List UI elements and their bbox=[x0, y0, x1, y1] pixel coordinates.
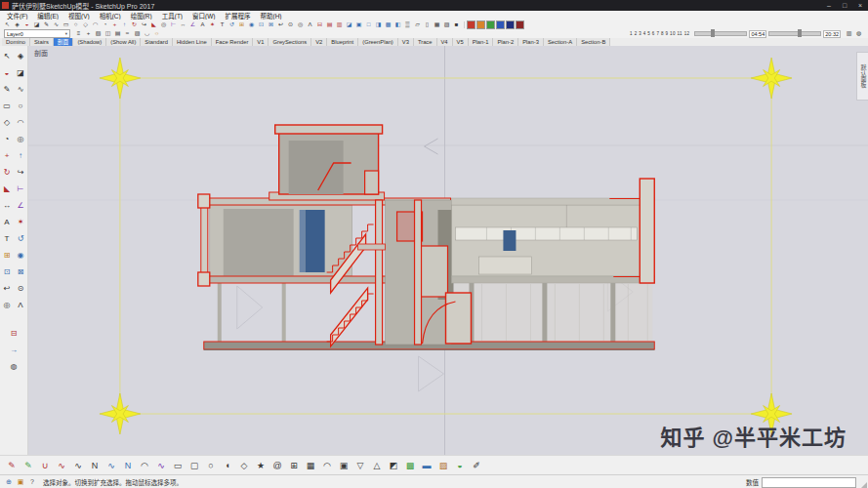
shadows-toggle-icon[interactable]: ☼ bbox=[152, 29, 161, 38]
model-viewport[interactable]: 剖面 默认面板 知乎 @半平米工坊 bbox=[28, 46, 868, 455]
orbit-tool-icon[interactable]: ↺ bbox=[227, 20, 236, 29]
oval-icon[interactable]: ○ bbox=[203, 459, 219, 473]
color-by-layer-icon[interactable]: ▧ bbox=[94, 29, 103, 38]
swatch-green[interactable] bbox=[486, 20, 495, 29]
polygon-shape-icon[interactable]: ◇ bbox=[236, 459, 252, 473]
protractor-tool-icon[interactable]: ∠ bbox=[188, 20, 197, 29]
menu-item[interactable]: 窗口(W) bbox=[187, 11, 220, 20]
geo-location-icon[interactable]: ⊕ bbox=[4, 477, 14, 487]
semicircle-icon[interactable]: ◖ bbox=[220, 459, 235, 473]
dimension-tool-icon[interactable]: ↔ bbox=[1, 199, 14, 212]
swatch-red[interactable] bbox=[467, 20, 475, 29]
scene-tab[interactable]: 剖面 bbox=[54, 38, 74, 46]
default-tray-tab[interactable]: 默认面板 bbox=[856, 52, 868, 101]
polyline-icon[interactable]: N bbox=[120, 459, 136, 473]
scene-tab[interactable]: (GreenPlan) bbox=[358, 38, 398, 46]
eyedropper-icon[interactable]: ✐ bbox=[469, 459, 484, 473]
bucket-alt-icon[interactable]: ◒ bbox=[452, 459, 468, 473]
hide-rest-icon[interactable]: ◫ bbox=[103, 29, 112, 38]
move-tool-icon[interactable]: + bbox=[110, 20, 119, 29]
paint-roller-icon[interactable]: ▬ bbox=[419, 459, 434, 473]
circle-tool-icon[interactable]: ○ bbox=[71, 20, 80, 29]
scene-tab[interactable]: GreySections bbox=[269, 38, 311, 46]
bezier-polyline-icon[interactable]: N bbox=[87, 459, 103, 473]
zoom-tool-icon[interactable]: ◉ bbox=[15, 249, 27, 262]
eraser-icon[interactable]: ◪ bbox=[15, 66, 27, 79]
layer-manager-icon[interactable]: ≡ bbox=[74, 29, 83, 38]
position-camera-icon[interactable]: ⊙ bbox=[15, 282, 27, 295]
fog-icon[interactable]: ≈ bbox=[123, 29, 132, 38]
scale-tool-icon[interactable]: ◣ bbox=[1, 183, 14, 195]
menu-item[interactable]: 扩展程序 bbox=[221, 11, 256, 20]
maximize-button[interactable]: □ bbox=[837, 0, 852, 11]
push-pull-tool-icon[interactable]: ↑ bbox=[15, 149, 27, 162]
curve-red-icon[interactable]: ∿ bbox=[54, 459, 69, 473]
measurement-input[interactable] bbox=[762, 477, 856, 488]
model-svg[interactable] bbox=[28, 46, 868, 455]
rounded-rect-icon[interactable]: ▢ bbox=[186, 459, 202, 473]
slider-thumb[interactable] bbox=[711, 29, 715, 37]
follow-me-tool-icon[interactable]: ↪ bbox=[140, 20, 148, 29]
select-tool-icon[interactable]: ↖ bbox=[3, 20, 12, 29]
axes-tool-icon[interactable]: ✶ bbox=[15, 216, 27, 228]
section-display-icon[interactable]: ▤ bbox=[325, 20, 334, 29]
swatch-darkred[interactable] bbox=[516, 20, 524, 29]
scene-tab[interactable]: Standard bbox=[141, 38, 173, 46]
scene-tab[interactable]: (Shadow) bbox=[73, 38, 106, 46]
soften-edges-icon[interactable]: ◡ bbox=[143, 29, 151, 38]
scene-tab[interactable]: Stairs bbox=[30, 38, 54, 46]
weld-icon[interactable]: ∪ bbox=[37, 459, 53, 473]
polygon-tool-icon[interactable]: ◇ bbox=[81, 20, 90, 29]
view-shadows-icon[interactable]: ▥ bbox=[845, 29, 853, 38]
swatch-navy[interactable] bbox=[506, 20, 515, 29]
scene-tab[interactable]: (Show All) bbox=[106, 38, 141, 46]
drape-icon[interactable]: ▽ bbox=[352, 459, 368, 473]
zoom-extents-icon[interactable]: ⊠ bbox=[267, 20, 275, 29]
scene-tab[interactable]: V1 bbox=[253, 38, 269, 46]
push-pull-tool-icon[interactable]: ↑ bbox=[120, 20, 129, 29]
menu-item[interactable]: 编辑(E) bbox=[32, 11, 63, 20]
layer-dropdown[interactable]: Layer0 ▾ bbox=[4, 29, 70, 38]
resize-grip[interactable] bbox=[861, 482, 867, 488]
tape-measure-icon[interactable]: ⊢ bbox=[169, 20, 178, 29]
previous-view-icon[interactable]: ↩ bbox=[276, 20, 285, 29]
scene-tab[interactable]: V3 bbox=[398, 38, 414, 46]
pan-tool-icon[interactable]: ⊞ bbox=[237, 20, 246, 29]
slider-thumb[interactable] bbox=[798, 29, 802, 37]
zoom-window-icon[interactable]: ⊡ bbox=[1, 265, 14, 278]
smoove-icon[interactable]: ◠ bbox=[319, 459, 335, 473]
section-plane-icon[interactable]: ⊟ bbox=[8, 327, 21, 340]
previous-view-icon[interactable]: ↩ bbox=[1, 282, 14, 295]
tape-measure-icon[interactable]: ⊢ bbox=[15, 183, 27, 195]
grid-icon[interactable]: ⊞ bbox=[286, 459, 302, 473]
pie-tool-icon[interactable]: ◔ bbox=[1, 133, 14, 145]
zoom-window-icon[interactable]: ⊡ bbox=[257, 20, 266, 29]
left-view-icon[interactable]: ◧ bbox=[393, 20, 402, 29]
catmull-curve-icon[interactable]: ∿ bbox=[153, 459, 169, 473]
rotate-tool-icon[interactable]: ↻ bbox=[1, 166, 14, 179]
add-layer-icon[interactable]: + bbox=[84, 29, 93, 38]
zoom-extents-icon[interactable]: ⊠ bbox=[15, 265, 27, 278]
pan-tool-icon[interactable]: ⊞ bbox=[1, 249, 14, 262]
swatch-orange[interactable] bbox=[476, 20, 485, 29]
paint-bucket-icon[interactable]: ◒ bbox=[22, 20, 31, 29]
scene-tab[interactable]: Hidden Line bbox=[173, 38, 212, 46]
circle-tool-icon[interactable]: ○ bbox=[15, 100, 27, 112]
freehand-tool-icon[interactable]: ∿ bbox=[52, 20, 61, 29]
next-page-icon[interactable]: → bbox=[8, 344, 21, 356]
pencil-add-icon[interactable]: ✎ bbox=[4, 459, 20, 473]
polygon-tool-icon[interactable]: ◇ bbox=[1, 116, 14, 129]
toolbar-options-icon[interactable]: ◍ bbox=[8, 360, 21, 373]
swatch-blue[interactable] bbox=[496, 20, 505, 29]
scene-tab[interactable]: V5 bbox=[453, 38, 469, 46]
follow-me-tool-icon[interactable]: ↪ bbox=[15, 166, 27, 179]
help-icon[interactable]: ? bbox=[27, 477, 37, 487]
monochrome-style-icon[interactable]: ■ bbox=[452, 20, 461, 29]
rect-shape-icon[interactable]: ▭ bbox=[170, 459, 186, 473]
rotate-tool-icon[interactable]: ↻ bbox=[130, 20, 139, 29]
textured-style-icon[interactable]: ▨ bbox=[442, 20, 451, 29]
hidden-line-style-icon[interactable]: ▯ bbox=[423, 20, 432, 29]
make-component-icon[interactable]: ◈ bbox=[15, 50, 27, 62]
front-view-icon[interactable]: □ bbox=[364, 20, 373, 29]
scene-tab[interactable]: V2 bbox=[311, 38, 327, 46]
